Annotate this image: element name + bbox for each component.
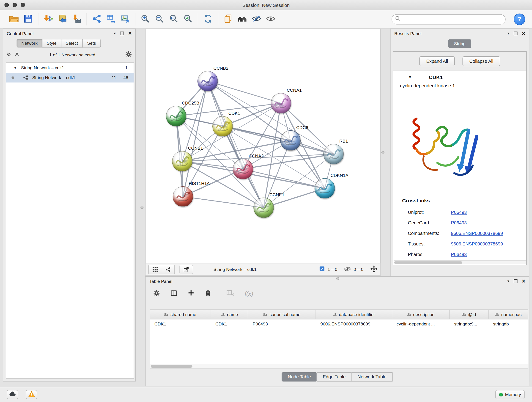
zoom-selected-button[interactable]: [181, 12, 195, 26]
cell-canonical-name[interactable]: P06493: [248, 319, 316, 329]
network-node-CDKN1A[interactable]: [315, 178, 335, 199]
collapse-all-networks-icon[interactable]: [15, 52, 19, 57]
home-button[interactable]: [235, 12, 249, 26]
network-node-CDC25B[interactable]: [166, 106, 186, 126]
crosslink-link[interactable]: 9606.ENSP00000378699: [451, 241, 503, 246]
network-view-button[interactable]: [162, 265, 174, 274]
pan-crosshair-icon[interactable]: [370, 265, 378, 274]
cell-name[interactable]: CDK1: [211, 319, 248, 329]
import-network-database-button[interactable]: [55, 12, 70, 26]
float-panel-icon[interactable]: [120, 32, 124, 35]
scrollbar-thumb[interactable]: [151, 365, 192, 368]
import-network-file-button[interactable]: [41, 12, 55, 26]
show-columns-icon[interactable]: [170, 289, 177, 298]
cloud-status-button[interactable]: [7, 390, 18, 399]
cell-database-identifier[interactable]: 9606.ENSP00000378699: [316, 319, 392, 329]
cell-namespace[interactable]: stringdb: [489, 319, 528, 329]
table-settings-gear-icon[interactable]: [153, 289, 160, 298]
zoom-in-button[interactable]: [138, 12, 152, 26]
network-canvas[interactable]: CCNB2CCNA1CDC25BCDK1CDC6RB1CCNB1CCNA2CDK…: [146, 29, 380, 264]
network-row[interactable]: String Network – cdk1 11 48: [6, 73, 134, 83]
crosslink-link[interactable]: P06493: [451, 210, 467, 215]
expand-all-button[interactable]: Expand All: [419, 56, 455, 66]
network-node-CCNA1[interactable]: [271, 93, 291, 114]
network-collection-row[interactable]: ▼ String Network – cdk1 1: [6, 63, 134, 73]
column-header-namespace[interactable]: namespac: [489, 310, 528, 319]
copy-documents-button[interactable]: [221, 12, 235, 26]
tab-node-table[interactable]: Node Table: [282, 372, 317, 382]
close-panel-icon[interactable]: ×: [522, 31, 525, 36]
cell-description[interactable]: cyclin-dependent ...: [392, 319, 450, 329]
import-table-button[interactable]: [70, 12, 84, 26]
close-window-button[interactable]: [4, 3, 9, 7]
close-panel-icon[interactable]: ×: [128, 31, 132, 36]
float-panel-icon[interactable]: [514, 32, 517, 35]
network-node-CCNA2[interactable]: [233, 159, 253, 179]
search-field[interactable]: [392, 14, 506, 24]
tab-sets[interactable]: Sets: [82, 39, 101, 47]
refresh-view-button[interactable]: [201, 12, 215, 26]
collapse-panel-icon[interactable]: ▾: [114, 31, 116, 36]
show-all-button[interactable]: [264, 12, 278, 26]
zoom-fit-button[interactable]: [167, 12, 181, 26]
network-node-CDK1[interactable]: [212, 116, 233, 136]
network-node-CDC6[interactable]: [280, 130, 301, 151]
export-table-button[interactable]: [104, 12, 118, 26]
results-horizontal-scrollbar[interactable]: [394, 260, 526, 264]
tab-style[interactable]: Style: [42, 39, 61, 47]
column-header-name[interactable]: name: [211, 310, 248, 319]
network-node-CCNB2[interactable]: [197, 71, 218, 91]
network-node-HIST1H1A[interactable]: [173, 186, 193, 207]
column-header-canonical-name[interactable]: canonical name: [248, 310, 316, 319]
network-node-RB1[interactable]: [323, 144, 344, 164]
tree-expand-icon[interactable]: ▼: [13, 66, 17, 70]
tab-string[interactable]: String: [448, 39, 471, 48]
expand-all-networks-icon[interactable]: [6, 52, 11, 57]
left-splitter-handle[interactable]: [140, 206, 143, 209]
open-session-button[interactable]: [7, 12, 21, 26]
close-panel-icon[interactable]: ×: [522, 278, 525, 284]
new-network-from-selection-button[interactable]: [89, 12, 104, 26]
scrollbar-thumb[interactable]: [394, 261, 462, 264]
network-node-label: CDC25B: [182, 100, 199, 105]
horizontal-splitter-handle[interactable]: [336, 277, 339, 280]
delete-column-trash-icon[interactable]: [205, 289, 211, 298]
warnings-button[interactable]: [26, 390, 37, 399]
crosslink-link[interactable]: 9606.ENSP00000378699: [451, 231, 503, 236]
add-column-icon[interactable]: [188, 289, 195, 298]
crosslink-link[interactable]: P06493: [451, 220, 467, 225]
column-header-shared-name[interactable]: shared name: [150, 310, 211, 319]
save-session-button[interactable]: [21, 12, 35, 26]
tab-select[interactable]: Select: [61, 39, 83, 47]
column-header-description[interactable]: description: [392, 310, 450, 319]
right-splitter-handle[interactable]: [381, 151, 385, 154]
tab-network[interactable]: Network: [17, 39, 42, 47]
table-horizontal-scrollbar[interactable]: [150, 364, 528, 369]
zoom-out-button[interactable]: [152, 12, 167, 26]
search-input[interactable]: [403, 16, 502, 22]
collapse-panel-icon[interactable]: ▾: [507, 279, 509, 283]
network-node-CCNB1[interactable]: [172, 151, 192, 172]
memory-button[interactable]: Memory: [495, 390, 525, 399]
hide-selected-button[interactable]: [249, 12, 264, 26]
detach-view-button[interactable]: [180, 265, 193, 274]
collapse-panel-icon[interactable]: ▾: [507, 31, 509, 36]
tab-network-table[interactable]: Network Table: [351, 372, 393, 382]
tab-edge-table[interactable]: Edge Table: [317, 372, 352, 382]
column-header-id[interactable]: @id: [450, 310, 489, 319]
network-node-CCNE1[interactable]: [253, 198, 274, 218]
help-button[interactable]: ?: [514, 13, 525, 25]
collapse-all-button[interactable]: Collapse All: [462, 56, 500, 66]
cell-shared-name[interactable]: CDK1: [150, 319, 211, 329]
network-options-gear-icon[interactable]: [125, 51, 132, 58]
export-image-button[interactable]: [118, 12, 132, 26]
column-header-database-identifier[interactable]: database identifier: [316, 310, 392, 319]
minimize-window-button[interactable]: [13, 3, 17, 7]
grid-view-button[interactable]: [149, 265, 162, 274]
crosslink-link[interactable]: P06493: [451, 252, 467, 257]
zoom-window-button[interactable]: [21, 3, 25, 7]
table-row[interactable]: CDK1 CDK1 P06493 9606.ENSP00000378699 cy…: [150, 319, 528, 329]
collapse-gene-icon[interactable]: ▼: [408, 75, 412, 79]
cell-id[interactable]: stringdb:9...: [450, 319, 489, 329]
float-panel-icon[interactable]: [514, 279, 517, 283]
